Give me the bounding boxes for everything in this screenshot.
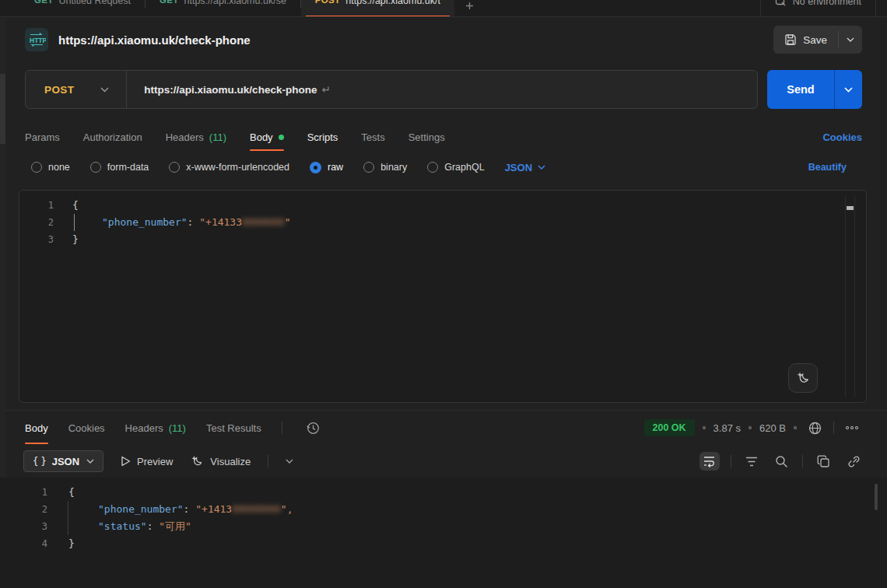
postbot-button[interactable] bbox=[788, 363, 818, 393]
new-tab-button[interactable] bbox=[465, 2, 474, 10]
send-options-button[interactable] bbox=[834, 70, 862, 109]
tab-settings[interactable]: Settings bbox=[408, 121, 445, 152]
tab-headers[interactable]: Headers(11) bbox=[166, 121, 226, 152]
response-size: 620 B bbox=[759, 422, 786, 434]
mode-graphql[interactable]: GraphQL bbox=[427, 162, 484, 173]
response-format-dropdown[interactable]: { } JSON bbox=[23, 450, 103, 472]
divider bbox=[282, 422, 282, 434]
scrollbar-handle[interactable] bbox=[875, 484, 878, 510]
request-title-row: HTTP https://api.xiaomu.uk/check-phone S… bbox=[0, 17, 887, 62]
svg-text:HTTP: HTTP bbox=[30, 37, 46, 44]
enter-hint-icon: ↵ bbox=[321, 84, 330, 96]
divider bbox=[802, 455, 803, 467]
method-badge: GET bbox=[34, 0, 54, 6]
dot-separator bbox=[794, 426, 797, 429]
response-tab-body[interactable]: Body bbox=[25, 411, 48, 446]
link-icon bbox=[847, 455, 861, 468]
divider bbox=[833, 422, 834, 434]
language-dropdown[interactable]: JSON bbox=[505, 162, 545, 173]
response-toolbar: { } JSON Preview Visualize bbox=[0, 445, 887, 478]
braces-icon: { } bbox=[33, 456, 45, 467]
request-tab-untitled[interactable]: GET Untitled Request bbox=[20, 0, 145, 17]
dot-separator bbox=[749, 426, 752, 429]
line-number: 2 bbox=[0, 501, 60, 518]
status-badge: 200 OK bbox=[644, 419, 695, 436]
chevron-down-icon bbox=[86, 459, 94, 464]
chevron-down-icon bbox=[538, 165, 545, 170]
link-button[interactable] bbox=[844, 452, 864, 471]
mode-binary[interactable]: binary bbox=[363, 162, 407, 173]
method-badge: GET bbox=[160, 0, 179, 6]
preview-button[interactable]: Preview bbox=[121, 456, 173, 467]
url-input[interactable]: https://api.xiaomu.uk/check-phone↵ bbox=[144, 83, 330, 96]
network-info-button[interactable] bbox=[805, 418, 826, 439]
mode-none[interactable]: none bbox=[31, 162, 70, 173]
line-number: 2 bbox=[19, 214, 66, 231]
tab-authorization[interactable]: Authorization bbox=[83, 121, 142, 152]
request-tab-strip: Params Authorization Headers(11) Body Sc… bbox=[0, 121, 887, 152]
beautify-link[interactable]: Beautify bbox=[808, 162, 847, 173]
tab-label: Untitled Request bbox=[59, 0, 131, 6]
send-label: Send bbox=[767, 70, 834, 109]
globe-icon bbox=[808, 421, 822, 436]
url-bar: POST https://api.xiaomu.uk/check-phone↵ … bbox=[25, 70, 862, 109]
mode-raw[interactable]: raw bbox=[310, 162, 343, 173]
topbar-right-divider bbox=[875, 0, 876, 17]
wrap-text-icon bbox=[703, 455, 717, 467]
request-body-editor[interactable]: 1 { 2 "phone_number": "+141330000000" 3 … bbox=[19, 190, 867, 403]
tab-tests[interactable]: Tests bbox=[361, 121, 384, 152]
radio-icon bbox=[363, 162, 374, 173]
response-tab-cookies[interactable]: Cookies bbox=[68, 411, 105, 446]
tab-scripts[interactable]: Scripts bbox=[307, 121, 338, 152]
request-tab-get[interactable]: GET https://api.xiaomu.uk/se bbox=[145, 0, 300, 17]
scrollbar-handle[interactable] bbox=[847, 206, 854, 210]
http-protocol-icon: HTTP bbox=[25, 28, 48, 51]
code-line: 2 "phone_number": "+141300000000", bbox=[0, 501, 887, 518]
environment-selector[interactable]: No environment bbox=[760, 0, 887, 17]
url-divider bbox=[126, 71, 127, 108]
tab-label: https://api.xiaomu.uk/t bbox=[345, 0, 440, 6]
copy-button[interactable] bbox=[814, 452, 833, 471]
send-button[interactable]: Send bbox=[767, 70, 862, 109]
history-button[interactable] bbox=[303, 418, 324, 439]
method-dropdown[interactable]: POST bbox=[26, 84, 126, 96]
open-request-tabs: GET Untitled Request GET https://api.xia… bbox=[20, 0, 474, 17]
editor-scrollbar[interactable] bbox=[845, 195, 855, 397]
mode-form-data[interactable]: form-data bbox=[90, 162, 149, 173]
indent-guide bbox=[74, 214, 75, 231]
sidebar-strip-handle bbox=[0, 74, 5, 144]
save-button[interactable]: Save bbox=[773, 26, 862, 54]
line-number: 1 bbox=[19, 197, 66, 214]
filter-button[interactable] bbox=[742, 453, 761, 470]
modified-dot-icon bbox=[279, 135, 284, 140]
more-options-button[interactable] bbox=[842, 422, 862, 433]
divider bbox=[731, 455, 731, 467]
save-options-button[interactable] bbox=[839, 26, 862, 54]
code-line: 1 { bbox=[19, 197, 866, 214]
tab-params[interactable]: Params bbox=[25, 121, 60, 152]
response-tools bbox=[699, 452, 864, 471]
headers-count: (11) bbox=[169, 422, 186, 434]
request-tab-active[interactable]: POST https://api.xiaomu.uk/t bbox=[301, 0, 454, 17]
response-tab-test-results[interactable]: Test Results bbox=[206, 411, 261, 446]
environment-label: No environment bbox=[793, 0, 861, 7]
sparkle-moon-icon bbox=[795, 370, 811, 386]
filter-icon bbox=[745, 457, 758, 467]
cookies-link[interactable]: Cookies bbox=[822, 131, 862, 143]
radio-icon bbox=[31, 162, 42, 173]
chevron-down-icon[interactable] bbox=[286, 459, 293, 464]
indent-guide bbox=[68, 518, 68, 535]
body-mode-options: none form-data x-www-form-urlencoded raw… bbox=[0, 152, 887, 182]
tab-body[interactable]: Body bbox=[250, 121, 284, 152]
ellipsis-icon bbox=[845, 425, 859, 430]
save-icon bbox=[784, 33, 797, 46]
mode-x-www-form-urlencoded[interactable]: x-www-form-urlencoded bbox=[169, 162, 289, 173]
search-button[interactable] bbox=[772, 452, 791, 471]
radio-icon bbox=[169, 162, 180, 173]
wrap-text-button[interactable] bbox=[699, 452, 720, 471]
copy-icon bbox=[817, 455, 830, 468]
response-meta: 200 OK 3.87 s 620 B bbox=[644, 418, 863, 439]
visualize-button[interactable]: Visualize bbox=[190, 454, 251, 468]
response-tab-headers[interactable]: Headers(11) bbox=[125, 411, 186, 446]
line-number: 1 bbox=[0, 484, 60, 501]
